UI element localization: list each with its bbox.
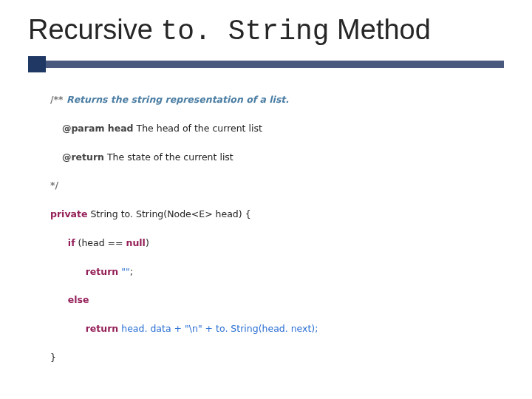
title-part1: Recursive [28,14,161,45]
kw-else: else [68,294,89,305]
expr1: head. data + [118,323,185,334]
comment-open: /** [50,94,66,105]
divider-bar [28,61,504,68]
expr2: + to. String(head. next); [202,323,318,334]
slide-title: Recursive to. String Method [28,15,504,47]
str-nl: "\n" [185,323,202,334]
param-text: The head of the current list [134,123,262,134]
semi1: ; [130,266,133,277]
return-text: The state of the current list [104,151,233,163]
title-part2: Method [330,14,431,45]
kw-return1: return [86,266,119,277]
title-mono: to. String [161,16,330,47]
kw-null: null [126,237,146,248]
kw-private: private [50,208,87,219]
str-empty: "" [118,266,129,277]
code-block: /** Returns the string representation of… [28,78,504,399]
method-sig1: String to. String(Node<E> head) { [87,208,250,219]
param-tag: @param head [62,123,134,134]
comment-text: Returns the string representation of a l… [66,94,289,105]
slide: Recursive to. String Method /** Returns … [0,0,532,399]
divider-block [28,56,46,72]
kw-return2: return [86,323,119,334]
return-tag: @return [62,151,104,163]
brace-close1: } [50,352,56,363]
if-cond2: ) [146,237,149,248]
kw-if: if [68,237,75,248]
title-divider [28,56,504,72]
if-cond1: (head == [75,237,126,248]
comment-close: */ [50,180,58,191]
